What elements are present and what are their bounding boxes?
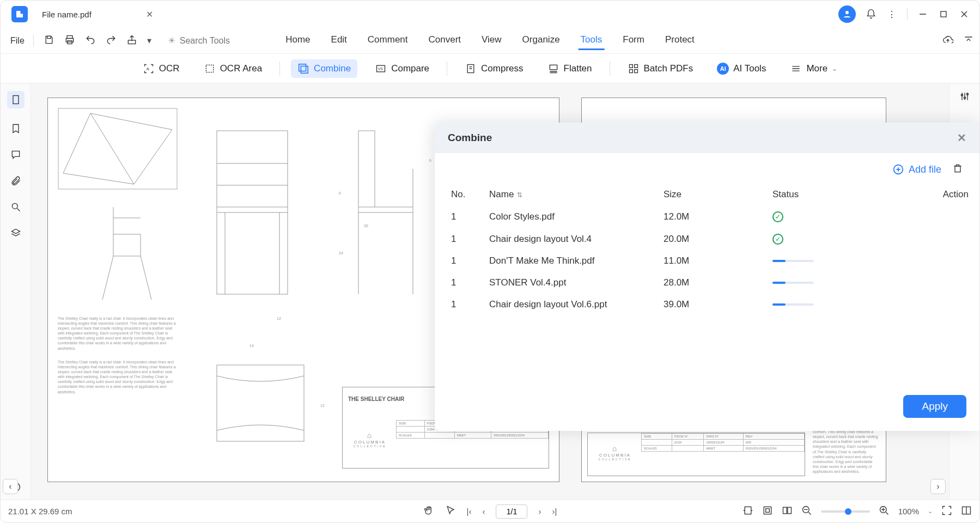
next-page-icon[interactable]: › xyxy=(539,507,541,516)
svg-rect-17 xyxy=(550,65,557,69)
kebab-icon[interactable]: ⋮ xyxy=(886,9,897,20)
compare-button[interactable]: VSCompare xyxy=(368,59,436,78)
bell-icon[interactable] xyxy=(866,9,876,20)
table-row[interactable]: 1Don'T Make Me Think.pdf11.0M xyxy=(451,250,963,272)
minimize-icon[interactable] xyxy=(917,9,928,20)
document-tab[interactable]: File name.pdf ✕ xyxy=(34,6,161,23)
compare-icon: VS xyxy=(375,63,387,75)
ocr-area-button[interactable]: OCR Area xyxy=(197,59,269,78)
fit-width-icon[interactable] xyxy=(742,505,753,518)
share-icon[interactable] xyxy=(126,34,137,47)
sun-icon[interactable]: ☀ xyxy=(168,35,175,46)
fullscreen-icon[interactable] xyxy=(941,505,952,518)
svg-rect-13 xyxy=(301,66,308,73)
tab-edit[interactable]: Edit xyxy=(329,31,349,50)
col-name[interactable]: Name⇅ xyxy=(489,189,664,200)
drawing-description: The Shelley Chair really is a rad chair.… xyxy=(58,316,178,351)
hand-tool-icon[interactable] xyxy=(423,505,434,518)
drawing-title: THE SHELLEY CHAIR xyxy=(348,396,404,402)
maximize-icon[interactable] xyxy=(938,9,949,20)
svg-text:A: A xyxy=(147,66,149,71)
close-window-icon[interactable] xyxy=(959,9,970,20)
table-row[interactable]: 1Color Styles.pdf12.0M✓ xyxy=(451,205,963,228)
close-panel-icon[interactable]: ✕ xyxy=(957,131,966,144)
more-icon xyxy=(790,63,802,75)
save-icon[interactable] xyxy=(44,34,54,47)
svg-rect-2 xyxy=(941,11,946,17)
table-row[interactable]: 1Chair design layout Vol.420.0M✓ xyxy=(451,228,963,250)
print-icon[interactable] xyxy=(64,34,75,47)
zoom-slider[interactable] xyxy=(821,510,870,513)
svg-line-56 xyxy=(808,512,811,514)
ai-tools-button[interactable]: AIAI Tools xyxy=(710,59,772,78)
titlebar: File name.pdf ✕ ⋮ xyxy=(1,1,979,28)
dim-label: 14 xyxy=(249,343,254,348)
cloud-upload-icon[interactable] xyxy=(942,34,953,47)
collapse-left-icon[interactable]: ‹ xyxy=(3,479,18,494)
view-mode-icon[interactable] xyxy=(782,505,793,518)
compress-button[interactable]: Compress xyxy=(458,59,529,78)
tab-form[interactable]: Form xyxy=(620,31,647,50)
prev-page-icon[interactable]: ‹ xyxy=(483,507,485,516)
zoom-out-icon[interactable] xyxy=(801,505,812,518)
comment-icon[interactable] xyxy=(10,149,22,161)
batch-icon xyxy=(628,63,640,75)
sliders-icon[interactable] xyxy=(959,91,970,104)
page-input[interactable] xyxy=(496,504,528,519)
svg-rect-6 xyxy=(67,35,72,38)
svg-rect-21 xyxy=(634,69,637,72)
file-menu[interactable]: File xyxy=(6,34,29,48)
select-tool-icon[interactable] xyxy=(445,505,456,518)
dim-label: 36 xyxy=(364,223,368,228)
svg-rect-25 xyxy=(13,96,19,104)
apply-button[interactable]: Apply xyxy=(903,395,966,418)
batch-button[interactable]: Batch PDFs xyxy=(621,59,700,78)
main-tabs: HomeEditCommentConvertViewOrganizeToolsF… xyxy=(283,31,697,50)
flatten-button[interactable]: Flatten xyxy=(541,59,599,78)
svg-rect-50 xyxy=(764,507,771,514)
zoom-in-icon[interactable] xyxy=(879,505,890,518)
tab-comment[interactable]: Comment xyxy=(366,31,410,50)
last-page-icon[interactable]: ›| xyxy=(552,507,557,516)
tab-protect[interactable]: Protect xyxy=(663,31,697,50)
fit-page-icon[interactable] xyxy=(762,505,773,518)
collapse-up-icon[interactable] xyxy=(963,34,974,47)
combine-panel: Combine ✕ Add file No. Name⇅ Size Status… xyxy=(435,123,979,431)
sort-icon[interactable]: ⇅ xyxy=(517,191,522,199)
close-tab-icon[interactable]: ✕ xyxy=(146,9,153,20)
reading-mode-icon[interactable] xyxy=(961,505,972,518)
layers-icon[interactable] xyxy=(10,227,22,239)
combine-button[interactable]: Combine xyxy=(291,59,357,78)
tab-organize[interactable]: Organize xyxy=(520,31,562,50)
tab-convert[interactable]: Convert xyxy=(427,31,464,50)
add-file-button[interactable]: Add file xyxy=(892,163,941,175)
more-button[interactable]: More ⌄ xyxy=(783,59,844,78)
statusbar: 21.01 X 29.69 cm |‹ ‹ › ›| 100%⌄ xyxy=(1,500,979,522)
ai-icon: AI xyxy=(717,63,729,75)
table-row[interactable]: 1STONER Vol.4.ppt28.0M xyxy=(451,272,963,294)
ocr-area-icon xyxy=(204,63,216,75)
search-tools-input[interactable] xyxy=(180,36,256,46)
undo-icon[interactable] xyxy=(85,34,96,47)
svg-point-0 xyxy=(845,11,849,14)
redo-icon[interactable] xyxy=(106,34,117,47)
zoom-value: 100% xyxy=(898,507,919,516)
left-rail: ? xyxy=(1,83,31,500)
ocr-button[interactable]: AOCR xyxy=(136,59,186,78)
delete-icon[interactable] xyxy=(952,163,963,176)
app-logo xyxy=(11,6,28,22)
thumbnails-icon[interactable] xyxy=(7,91,25,108)
collapse-right-icon[interactable]: › xyxy=(930,479,946,494)
dropdown-icon[interactable]: ▾ xyxy=(147,35,151,46)
tab-view[interactable]: View xyxy=(479,31,504,50)
tab-filename: File name.pdf xyxy=(42,10,92,19)
search-icon[interactable] xyxy=(10,201,22,213)
bookmark-icon[interactable] xyxy=(10,123,22,135)
tab-home[interactable]: Home xyxy=(283,31,312,50)
table-row[interactable]: 1Chair design layout Vol.6.ppt39.0M xyxy=(451,294,963,315)
first-page-icon[interactable]: |‹ xyxy=(467,507,472,516)
combine-icon xyxy=(297,63,309,75)
account-icon[interactable] xyxy=(838,5,856,23)
attachment-icon[interactable] xyxy=(10,175,22,187)
tab-tools[interactable]: Tools xyxy=(579,31,605,50)
